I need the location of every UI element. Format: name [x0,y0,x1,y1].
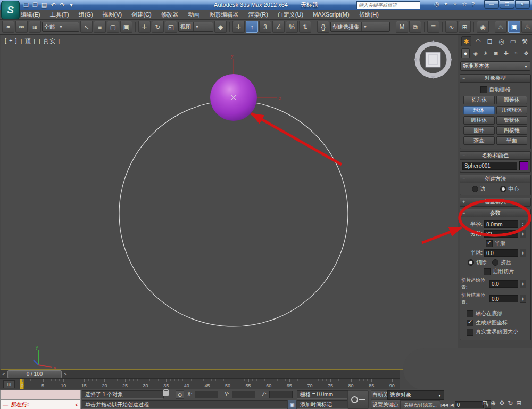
selection-filter-dropdown[interactable]: 全部▼ [42,22,79,32]
zoom-all-icon[interactable]: ⊕ [491,399,496,407]
enable-slice-checkbox[interactable] [484,268,491,275]
object-name-input[interactable]: Sphere001 [462,162,517,170]
rollout-object-type-header[interactable]: − 对象类型 [460,75,530,83]
object-type-button[interactable]: 长方体 [463,96,495,104]
percent-snap-icon[interactable]: % [286,21,298,33]
new-file-icon[interactable]: ❏ [22,2,30,9]
rollout-name-color-header[interactable]: − 名称和颜色 [460,152,530,160]
category-geometry[interactable]: ● [461,48,470,58]
render-production-icon[interactable]: ♨ [521,21,532,33]
use-pivot-point-icon[interactable]: ◆ [214,21,227,33]
category-shapes[interactable]: ◈ [471,48,480,58]
viewport-top[interactable]: y x y x [ + ] [ 顶 ] [ 真实 ] [1,35,458,370]
previous-frame-button[interactable]: < [0,371,7,378]
hemisphere-input[interactable]: 0.0 [484,249,518,257]
menu-item[interactable]: 自定义(U) [273,11,308,19]
select-object-icon[interactable]: ↖ [80,21,93,33]
maximize-viewport-icon[interactable]: ⊞ [516,399,521,407]
mirror-icon[interactable]: M [396,21,408,33]
segments-input[interactable]: 32 [484,230,518,238]
selection-lock-icon[interactable] [163,391,169,396]
key-filters-button[interactable]: 关键点过滤器... [400,400,440,409]
base-to-pivot-checkbox[interactable] [467,310,473,317]
select-by-name-icon[interactable]: ≡ [94,21,106,33]
rectangular-selection-region-icon[interactable]: ▢ [107,21,119,33]
help-icon[interactable]: ? [471,1,475,7]
menu-item[interactable]: 创建(C) [127,11,156,19]
track-bar[interactable]: ⊞ 051015202530354045505560657075808590 [0,379,400,389]
restore-button[interactable]: ❐ [500,0,514,9]
tab-modify[interactable]: ◠ [473,36,483,46]
open-file-icon[interactable]: ❐ [31,2,39,9]
select-and-manipulate-icon[interactable]: ✛ [232,21,245,33]
x-coord-input[interactable] [195,391,218,398]
select-and-link-icon[interactable]: ⚭ [2,21,14,33]
slice-from-spinner[interactable] [520,280,526,288]
slice-to-spinner[interactable] [520,295,526,303]
angle-snap-icon[interactable]: ∠ [272,21,285,33]
realworld-map-checkbox[interactable] [467,329,473,336]
select-and-rotate-icon[interactable]: ↻ [152,21,164,33]
bind-to-space-warp-icon[interactable]: ≋ [29,21,41,33]
menu-item[interactable]: 动画 [184,11,205,19]
absolute-mode-icon[interactable]: ⊙ [176,390,184,399]
viewcube[interactable] [414,40,452,79]
tab-display[interactable]: ▭ [508,36,518,46]
tab-create[interactable]: ✱ [461,36,471,46]
radius-input[interactable]: 8.0mm [484,220,518,228]
time-slider-thumb[interactable]: 0 / 100 [7,370,62,378]
communication-icon[interactable]: ✧ [453,1,458,7]
keyboard-shortcut-override-icon[interactable]: ↑ [246,21,258,33]
pan-icon[interactable]: ✥ [499,399,504,407]
radius-spinner[interactable] [520,220,526,228]
render-setup-icon[interactable]: ♨ [495,21,507,33]
rollout-keyboard-entry-header[interactable]: + 键盘输入 [460,198,530,206]
curve-editor-icon[interactable]: ∿ [445,21,458,33]
rendered-frame-window-icon[interactable]: ▣ [508,21,520,33]
object-type-button[interactable]: 圆锥体 [496,96,528,104]
object-type-button[interactable]: 茶壶 [463,136,495,145]
previous-frame-icon[interactable]: |◀ [449,403,453,407]
align-icon[interactable]: ⧉ [409,21,421,33]
object-type-button[interactable]: 平面 [496,136,528,145]
rollout-creation-method-header[interactable]: − 创建方法 [460,175,530,183]
menu-item[interactable]: 帮助(H) [354,11,384,19]
new-key-curve-icon[interactable]: ∿ [388,400,397,409]
viewport-view-button[interactable]: [ 顶 ] [21,37,36,45]
close-button[interactable]: ✕ [515,0,530,9]
object-type-button[interactable]: 几何球体 [496,106,528,114]
set-keys-button[interactable] [347,390,369,409]
circle-spline[interactable] [119,101,348,326]
hemisphere-spinner[interactable] [520,249,526,257]
manage-layers-icon[interactable]: ≣ [427,21,439,33]
snaps-toggle-icon[interactable]: 3 [259,21,271,33]
minimize-button[interactable]: — [484,0,499,9]
unlink-selection-icon[interactable]: ⚮ [15,21,28,33]
time-slider[interactable]: < 0 / 100 > [0,370,400,379]
tab-motion[interactable]: ◎ [496,36,506,46]
menu-item[interactable]: MAXScript(M) [308,11,354,18]
undo-icon[interactable]: ↶ [49,2,57,9]
slice-to-input[interactable]: 0.0 [489,295,518,302]
z-coord-input[interactable] [269,391,293,398]
viewport-shading-button[interactable]: [ 真实 ] [39,37,60,45]
key-filter-set-dropdown[interactable]: 选定对象 ▼ [387,390,444,400]
rollout-parameters-header[interactable]: − 参数 [460,209,530,217]
generate-mapping-checkbox[interactable] [467,320,473,326]
menu-item[interactable]: 工具(T) [45,11,74,19]
chop-radio[interactable] [468,259,474,266]
y-coord-input[interactable] [232,391,255,398]
smooth-checkbox[interactable] [486,240,493,247]
next-frame-button[interactable]: > [62,371,69,378]
menu-item[interactable]: 视图(V) [98,11,127,19]
viewport-menu-button[interactable]: [ + ] [5,37,18,45]
go-to-start-icon[interactable]: |◀◀ [440,403,448,407]
object-type-button[interactable]: 圆环 [463,126,495,135]
menu-item[interactable]: 图形编辑器 [205,11,244,19]
search-icon[interactable]: ◎ [434,1,439,7]
schematic-view-icon[interactable]: ⊞ [459,21,471,33]
redo-icon[interactable]: ↷ [59,2,66,9]
isolate-selection-icon[interactable]: ▣ [287,400,297,409]
tab-utilities[interactable]: ⚒ [520,36,530,46]
reference-coordinate-dropdown[interactable]: 视图▼ [178,22,213,32]
